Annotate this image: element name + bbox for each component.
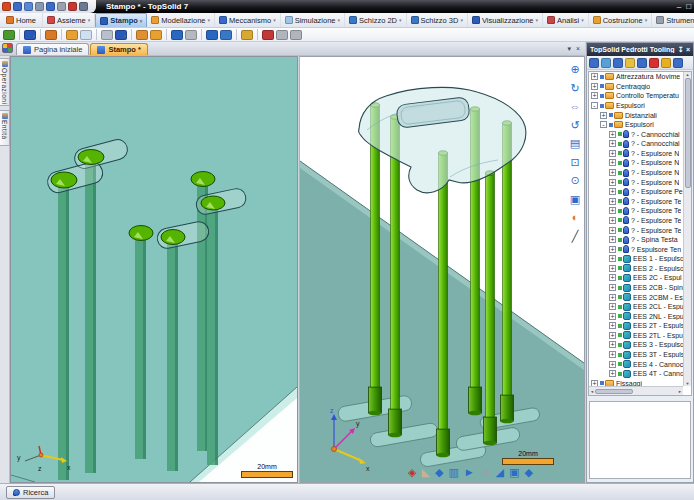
toolbar-item[interactable] bbox=[236, 29, 237, 40]
ribbon-tab[interactable]: Schizzo 2D ▾ bbox=[345, 13, 406, 27]
app-icon[interactable] bbox=[2, 2, 11, 11]
select-icon[interactable] bbox=[589, 58, 599, 68]
toolbar-item[interactable] bbox=[290, 30, 302, 40]
tree-expander[interactable]: + bbox=[609, 131, 616, 138]
scroll-up-icon[interactable]: ▲ bbox=[686, 72, 690, 77]
toolbar-item[interactable] bbox=[45, 30, 57, 40]
ribbon-tab[interactable]: Stampo ▾ bbox=[95, 13, 147, 27]
close-icon[interactable]: × bbox=[686, 45, 690, 54]
tree-item[interactable]: + EES 2 - Espulso bbox=[589, 264, 683, 274]
tree-filter-icon[interactable] bbox=[601, 58, 611, 68]
tree-item[interactable]: + ? - Espulsore Te bbox=[589, 206, 683, 216]
rotate-view-icon[interactable]: ↺ bbox=[567, 118, 583, 133]
tree-item[interactable]: + EES 2TL - Espul bbox=[589, 331, 683, 341]
toolbar-item[interactable] bbox=[3, 30, 15, 40]
sidebar-tab-entita[interactable]: Entità bbox=[0, 110, 10, 146]
tree-item[interactable]: + Centraggio bbox=[589, 82, 683, 92]
ribbon-tab[interactable]: Simulazione ▾ bbox=[281, 13, 345, 27]
tree-item[interactable]: + EES 2CBM - Esp bbox=[589, 292, 683, 302]
tree-expander[interactable]: + bbox=[609, 303, 616, 310]
ribbon-tab[interactable]: Strumenti ▾ bbox=[652, 13, 694, 27]
toolbar-item[interactable]: ▾ bbox=[24, 30, 36, 40]
save-all-icon[interactable] bbox=[24, 2, 33, 11]
mirror-icon[interactable]: ◄ bbox=[480, 465, 491, 480]
tree-item[interactable]: - Espulsori bbox=[589, 101, 683, 111]
pan-icon[interactable]: ⊕ bbox=[567, 62, 583, 77]
scroll-thumb[interactable] bbox=[685, 78, 691, 188]
display-mode-icon[interactable]: ▤ bbox=[567, 136, 583, 151]
tree-item[interactable]: + Attrezzatura Movime bbox=[589, 72, 683, 82]
tree-expander[interactable]: + bbox=[609, 159, 616, 166]
toolbar-item[interactable] bbox=[101, 30, 113, 40]
document-icon[interactable] bbox=[35, 2, 44, 11]
tree-item[interactable]: + EES 3 - Espulso bbox=[589, 340, 683, 350]
tree-item[interactable]: + ? - Espulsore N bbox=[589, 168, 683, 178]
tree-item[interactable]: + Controllo Temperatu bbox=[589, 91, 683, 101]
tree-item[interactable]: + ? - Espulsore Pe bbox=[589, 187, 683, 197]
sync-icon[interactable] bbox=[79, 2, 88, 11]
tree-expander[interactable]: + bbox=[609, 236, 616, 243]
toolbar-item[interactable] bbox=[220, 30, 232, 40]
tree-item[interactable]: + ? - Espulsore Te bbox=[589, 216, 683, 226]
assemble-icon[interactable]: ◆ bbox=[524, 465, 532, 480]
search-button[interactable]: Ricerca bbox=[6, 486, 55, 499]
toolbar-item[interactable] bbox=[276, 30, 288, 40]
toolbar-item[interactable] bbox=[96, 29, 97, 40]
tree-expander[interactable]: + bbox=[609, 361, 616, 368]
scroll-down-icon[interactable]: ▼ bbox=[686, 381, 690, 386]
close-tab-button[interactable]: × bbox=[576, 45, 580, 53]
redo-icon[interactable] bbox=[57, 2, 66, 11]
tree-expander[interactable]: + bbox=[609, 294, 616, 301]
tree-expander[interactable]: + bbox=[609, 246, 616, 253]
toolbar-item[interactable] bbox=[201, 29, 202, 40]
tree-expander[interactable]: + bbox=[609, 198, 616, 205]
toolbar-item[interactable] bbox=[80, 30, 92, 40]
flag-icon[interactable] bbox=[649, 58, 659, 68]
tree-item[interactable]: + ? - Cannocchial bbox=[589, 129, 683, 139]
ribbon-tab[interactable]: Home bbox=[2, 13, 43, 27]
tree-expander[interactable]: + bbox=[600, 112, 607, 119]
toolbar-item[interactable] bbox=[262, 30, 274, 40]
tree-item[interactable]: + EES 2C - Espul bbox=[589, 273, 683, 283]
tree-item[interactable]: - Espulsori bbox=[589, 120, 683, 130]
toolbar-item[interactable]: ▾ bbox=[115, 30, 127, 40]
move-component-icon[interactable]: ◈ bbox=[408, 465, 416, 480]
pen-icon[interactable] bbox=[68, 2, 77, 11]
tree-expander[interactable]: + bbox=[609, 351, 616, 358]
tree-item[interactable]: + EES 4T - Canno bbox=[589, 369, 683, 379]
search-icon[interactable] bbox=[613, 58, 623, 68]
tree-expander[interactable]: + bbox=[609, 265, 616, 272]
orbit-icon[interactable]: ↻ bbox=[567, 81, 583, 96]
rotate-component-icon[interactable]: ◆ bbox=[435, 465, 443, 480]
ribbon-tab[interactable]: Visualizzazione ▾ bbox=[468, 13, 543, 27]
zoom-window-icon[interactable]: ⊡ bbox=[567, 155, 583, 170]
tree-expander[interactable]: - bbox=[591, 102, 598, 109]
topsolid-icon[interactable] bbox=[637, 58, 647, 68]
ribbon-tab[interactable]: Schizzo 3D ▾ bbox=[407, 13, 468, 27]
tree-expander[interactable]: + bbox=[591, 73, 598, 80]
toolbar-item[interactable] bbox=[136, 30, 148, 40]
toolbar-item[interactable] bbox=[257, 29, 258, 40]
tree-expander[interactable]: + bbox=[609, 150, 616, 157]
tree-vertical-scrollbar[interactable]: ▲ ▼ bbox=[683, 72, 691, 386]
toolbar-item[interactable] bbox=[241, 30, 253, 40]
tree-expander[interactable]: + bbox=[609, 284, 616, 291]
tree-item[interactable]: + ? - Espulsore Te bbox=[589, 197, 683, 207]
toolbar-item[interactable] bbox=[206, 30, 218, 40]
bolt-icon[interactable] bbox=[625, 58, 635, 68]
tab-pagina-iniziale[interactable]: Pagina iniziale bbox=[16, 43, 89, 55]
tree-expander[interactable]: + bbox=[609, 188, 616, 195]
measure-icon[interactable]: ╱ bbox=[567, 229, 583, 244]
tree-expander[interactable]: + bbox=[609, 140, 616, 147]
tree-item[interactable]: + ? - Espulsore N bbox=[589, 177, 683, 187]
maximize-button[interactable]: □ bbox=[686, 2, 691, 11]
tree-expander[interactable]: + bbox=[609, 169, 616, 176]
tree-expander[interactable]: + bbox=[609, 332, 616, 339]
tree-expander[interactable]: + bbox=[609, 207, 616, 214]
tree-item[interactable]: + EES 2CL - Espu bbox=[589, 302, 683, 312]
ribbon-tab[interactable]: Analisi ▾ bbox=[543, 13, 589, 27]
tree-expander[interactable]: + bbox=[591, 83, 598, 90]
scroll-thumb[interactable] bbox=[595, 389, 633, 394]
ribbon-tab[interactable]: Meccanismo ▾ bbox=[215, 13, 281, 27]
tree-expander[interactable]: + bbox=[609, 255, 616, 262]
